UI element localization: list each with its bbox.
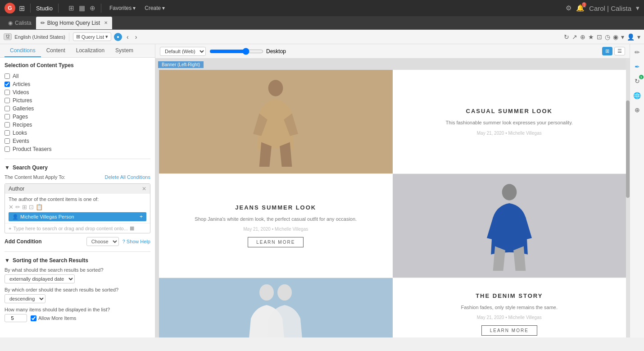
user-label[interactable]: Carol | Calista	[589, 5, 631, 12]
author-copy-icon[interactable]: ⊡	[29, 204, 34, 210]
article-3-learn-more-button[interactable]: LEARN MORE	[481, 325, 537, 336]
checkbox-looks[interactable]: Looks	[5, 129, 150, 137]
article-2-learn-more-button[interactable]: LEARN MORE	[248, 237, 304, 247]
author-title: Author	[9, 186, 24, 192]
blue-circle-button[interactable]: ●	[114, 33, 122, 41]
tab-blog-icon: ✏	[41, 20, 45, 26]
chart-icon[interactable]: ▦	[79, 4, 85, 12]
tab-conditions[interactable]: Conditions	[5, 45, 41, 57]
author-item-add-icon[interactable]: +	[140, 214, 143, 220]
checkbox-pictures-input[interactable]	[5, 98, 10, 103]
checkbox-product-teasers-input[interactable]	[5, 146, 10, 152]
grid-view-button[interactable]: ⊞	[602, 47, 612, 55]
author-subtitle: The author of the content items is one o…	[5, 194, 150, 204]
checkbox-pages-input[interactable]	[5, 114, 10, 119]
checkbox-recipes-input[interactable]	[5, 122, 10, 128]
author-move-icon[interactable]: ⊞	[22, 204, 27, 210]
sort-by-what-select[interactable]: externally displayed date	[5, 274, 75, 283]
user-chevron[interactable]: ▾	[636, 4, 639, 12]
tab-system[interactable]: System	[110, 45, 139, 57]
nav-forward-button[interactable]: ›	[133, 32, 139, 41]
tab-content[interactable]: Content	[41, 45, 71, 57]
query-list-button[interactable]: ⊞ Query List ▾	[73, 32, 111, 41]
checkbox-articles-input[interactable]	[5, 82, 10, 87]
star-icon[interactable]: ★	[588, 33, 594, 41]
language-selector[interactable]: English (United States)	[14, 34, 65, 40]
target-icon[interactable]: ⊕	[90, 4, 95, 12]
checkbox-all-input[interactable]	[5, 73, 10, 79]
refresh-icon[interactable]: ↻	[564, 33, 569, 41]
section-divider-2	[5, 251, 150, 252]
article-row-3: THE DENIM STORY Fashion fades, only styl…	[159, 278, 626, 337]
article-row-1: CASUAL SUMMER LOOK This fashionable summ…	[159, 70, 626, 174]
checkbox-all[interactable]: All	[5, 72, 150, 80]
checkbox-galleries-input[interactable]	[5, 106, 10, 111]
tool-edit-icon[interactable]: ✏	[632, 47, 643, 58]
checkbox-videos[interactable]: Videos	[5, 88, 150, 96]
list-view-button[interactable]: ☰	[614, 47, 625, 55]
checkbox-looks-input[interactable]	[5, 130, 10, 136]
condition-type-select[interactable]: Choose	[86, 237, 119, 246]
checkbox-product-teasers-label: Product Teasers	[13, 146, 52, 152]
view-mode-select[interactable]: Default (Web)	[160, 47, 206, 56]
allow-more-checkbox[interactable]	[31, 315, 36, 321]
apps-grid-icon[interactable]: ⊞	[19, 4, 25, 13]
favorites-button[interactable]: Favorites ▾	[107, 4, 138, 13]
tool-badge-count: 3	[639, 75, 644, 79]
zoom-slider[interactable]	[209, 48, 263, 55]
author-add-row[interactable]: + Type here to search or drag and drop c…	[5, 223, 150, 233]
create-button[interactable]: Create ▾	[142, 4, 168, 13]
author-edit-icon[interactable]: ✏	[15, 204, 20, 210]
tab-close-button[interactable]: ✕	[104, 20, 108, 25]
settings-icon[interactable]: ⚙	[566, 4, 571, 12]
nav-back-button[interactable]: ‹	[125, 32, 131, 41]
author-add-placeholder[interactable]: Type here to search or drag and drop con…	[13, 226, 127, 231]
tab-blog-query[interactable]: ✏ Blog Home Query List ✕	[36, 17, 112, 29]
tool-pencil-icon[interactable]: ✒	[632, 61, 643, 72]
top-right-icons: ⚙ 🔔1 Carol | Calista ▾	[566, 4, 639, 12]
tool-globe-icon[interactable]: 🌐	[632, 90, 643, 101]
author-item-row: 👤 Michelle Villegas Person +	[9, 212, 146, 221]
image-icon[interactable]: ⊡	[597, 33, 602, 41]
num-button[interactable]: !2	[4, 33, 12, 40]
eye-icon[interactable]: ◉	[613, 33, 618, 41]
delete-all-conditions-link[interactable]: Delete All Conditions	[104, 174, 150, 180]
chevron-down-icon[interactable]: ▾	[621, 33, 624, 41]
show-help-button[interactable]: ? Show Help	[122, 239, 150, 244]
checkbox-galleries[interactable]: Galleries	[5, 105, 150, 113]
checkbox-recipes[interactable]: Recipes	[5, 121, 150, 129]
search-query-header[interactable]: ▼ Search Query	[5, 164, 150, 171]
export-icon[interactable]: ↗	[572, 33, 577, 41]
scrollbar-thumb[interactable]	[626, 100, 630, 198]
notifications-icon[interactable]: 🔔1	[576, 4, 585, 12]
sort-order-select[interactable]: descending	[5, 294, 45, 303]
tool-refresh-icon[interactable]: ↻3	[632, 76, 643, 87]
checkbox-articles[interactable]: Articles	[5, 80, 150, 88]
checkbox-pictures[interactable]: Pictures	[5, 96, 150, 105]
share-icon[interactable]: ⊕	[580, 33, 585, 41]
main-layout: Conditions Content Localization System S…	[0, 44, 644, 337]
checkbox-product-teasers[interactable]: Product Teasers	[5, 145, 150, 153]
author-close-button[interactable]: ✕	[142, 186, 146, 192]
create-label: Create	[145, 5, 161, 11]
clock-icon[interactable]: ◷	[605, 33, 610, 41]
checkbox-events[interactable]: Events	[5, 137, 150, 145]
tool-share-icon[interactable]: ⊕	[632, 105, 643, 115]
items-count-input[interactable]	[5, 314, 27, 322]
author-delete-icon[interactable]: ✕	[9, 204, 14, 210]
tab-localization[interactable]: Localization	[71, 45, 110, 57]
checkbox-videos-input[interactable]	[5, 90, 10, 95]
person-icon[interactable]: 👤	[627, 33, 635, 41]
svg-point-2	[259, 284, 274, 301]
grid-apps-icon[interactable]: ⊞	[68, 4, 74, 12]
person-chevron[interactable]: ▾	[637, 33, 640, 41]
sort-chevron: ▼	[5, 257, 10, 264]
author-paste-icon[interactable]: 📋	[36, 204, 43, 210]
tab-calista[interactable]: ◉ Calista	[4, 17, 36, 29]
checkbox-videos-label: Videos	[13, 89, 29, 96]
checkbox-pages[interactable]: Pages	[5, 113, 150, 121]
checkbox-events-input[interactable]	[5, 138, 10, 144]
plus-icon: +	[9, 226, 11, 231]
app-logo[interactable]: G	[5, 3, 15, 14]
sorting-header[interactable]: ▼ Sorting of the Search Results	[5, 257, 150, 264]
